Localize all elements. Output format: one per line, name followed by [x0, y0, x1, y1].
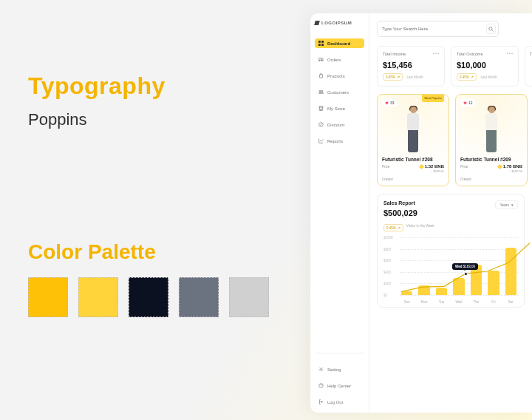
stat-title: Total Outcome: [457, 52, 513, 56]
search-bar[interactable]: [377, 21, 499, 37]
creator-label: Creator: [382, 177, 444, 181]
like-badge[interactable]: 12: [460, 99, 476, 106]
stat-delta: 0.45%↗: [457, 73, 477, 81]
svg-rect-2: [318, 44, 321, 46]
stat-delta: 0.45%↗: [383, 73, 403, 81]
main-content: ••• Total Income $15,456 0.45%↗ Last Mon…: [369, 13, 532, 413]
x-tick: Sat: [505, 300, 516, 304]
palette-heading: Color Palette: [28, 240, 269, 264]
more-icon[interactable]: •••: [433, 51, 440, 55]
logo-mark-icon: [314, 21, 320, 25]
x-tick: Thu: [471, 300, 482, 304]
x-tick: Fri: [488, 300, 499, 304]
nav-separator: [315, 353, 364, 353]
chart-icon: [318, 138, 324, 143]
sidebar-item-products[interactable]: Products: [315, 71, 364, 81]
x-tick: Wed: [453, 300, 464, 304]
users-icon: [318, 89, 324, 95]
swatch-2: [78, 277, 118, 317]
swatch-1: [28, 277, 68, 317]
stats-row: ••• Total Income $15,456 0.45%↗ Last Mon…: [377, 46, 532, 87]
x-tick: Sun: [401, 300, 412, 304]
sidebar-item-label: Products: [327, 74, 345, 78]
chart-tooltip: Wed $183,00: [452, 263, 478, 270]
y-tick: $0: [383, 294, 387, 297]
logout-icon: [318, 399, 324, 404]
stat-card-income[interactable]: ••• Total Income $15,456 0.45%↗ Last Mon…: [377, 46, 445, 87]
swatch-5: [229, 277, 269, 317]
arrow-up-icon: ↗: [397, 75, 400, 79]
y-tick: $800: [383, 247, 391, 251]
sales-chart: $0$200$400$600$800$1000SunMonTueWedThuFr…: [383, 237, 518, 304]
sidebar-item-label: Help Center: [327, 384, 351, 388]
report-range-dropdown[interactable]: Years▾: [495, 200, 518, 209]
y-tick: $400: [383, 270, 391, 274]
svg-point-6: [321, 60, 322, 61]
sidebar-item-label: Setting: [327, 368, 341, 372]
grid-icon: [318, 41, 324, 46]
logo-text: LOGOIPSUM: [321, 21, 352, 25]
y-tick: $200: [383, 282, 391, 285]
logo[interactable]: LOGOIPSUM: [315, 21, 364, 25]
help-icon: [318, 383, 324, 388]
color-swatches: [28, 277, 269, 317]
svg-point-10: [320, 368, 321, 370]
stat-title: Total Income: [383, 52, 439, 56]
bnb-icon: [419, 164, 424, 169]
nav-main: Dashboard Orders Products Customers My S…: [315, 38, 364, 146]
svg-point-7: [319, 90, 321, 92]
svg-rect-4: [318, 58, 321, 60]
store-icon: [318, 106, 324, 111]
creator-label: Creator: [460, 177, 522, 181]
sidebar-item-customers[interactable]: Customers: [315, 87, 364, 97]
svg-point-8: [321, 90, 323, 92]
swatch-3: [129, 277, 168, 317]
sidebar-item-label: My Store: [327, 106, 345, 111]
popular-badge: Most Popular: [422, 95, 444, 102]
stat-value: $15,456: [383, 61, 439, 70]
product-card[interactable]: 12 Futuristic Tunnel #209 Price1.78 BNB …: [455, 94, 528, 186]
font-name: Poppins: [28, 110, 269, 129]
stat-card-cut: T: [525, 46, 532, 87]
sidebar-item-label: Orders: [327, 58, 341, 62]
sales-report-card: Sales Report $500,029 0.45%↗ Visitor in …: [377, 194, 525, 308]
search-icon: [488, 27, 494, 32]
stat-card-outcome[interactable]: ••• Total Outcome $10,000 0.45%↗ Last Mo…: [451, 46, 519, 87]
y-tick: $1000: [383, 236, 393, 240]
arrow-up-icon: ↗: [398, 226, 400, 230]
chevron-down-icon: ▾: [511, 203, 514, 207]
x-tick: Mon: [418, 300, 429, 304]
product-card[interactable]: 33 Most Popular Futuristic Tunnel #208 P…: [377, 94, 449, 186]
sidebar-item-help[interactable]: Help Center: [315, 381, 364, 390]
typography-heading: Typography: [28, 72, 269, 100]
sidebar-item-label: Discount: [327, 123, 344, 127]
price-label: Price: [460, 165, 468, 169]
product-price: 1.52 BNB: [420, 164, 444, 169]
y-tick: $600: [383, 259, 391, 262]
search-button[interactable]: [486, 24, 496, 34]
like-badge[interactable]: 33: [382, 99, 398, 106]
app-window: LOGOIPSUM Dashboard Orders Products Cust…: [310, 13, 532, 413]
sidebar-item-label: Log Out: [327, 400, 343, 404]
sidebar-item-discount[interactable]: Discount: [315, 120, 364, 129]
price-label: Price: [382, 165, 389, 169]
sidebar-item-reports[interactable]: Reports: [315, 136, 364, 146]
stat-value: $10,000: [457, 61, 513, 70]
swatch-4: [179, 277, 219, 317]
heart-icon: [463, 101, 467, 105]
bnb-icon: [497, 164, 502, 169]
nav-bottom: Setting Help Center Log Out: [315, 348, 364, 407]
svg-rect-0: [318, 41, 321, 43]
bag-icon: [318, 73, 324, 78]
products-row: 33 Most Popular Futuristic Tunnel #208 P…: [377, 94, 532, 186]
more-icon[interactable]: •••: [507, 51, 514, 55]
report-caption: Visitor in this Week: [406, 224, 434, 228]
sidebar-item-logout[interactable]: Log Out: [315, 397, 364, 407]
gear-icon: [318, 367, 324, 372]
arrow-up-icon: ↗: [471, 75, 474, 79]
sidebar-item-setting[interactable]: Setting: [315, 365, 364, 374]
sidebar-item-mystore[interactable]: My Store: [315, 104, 364, 113]
search-input[interactable]: [382, 27, 486, 31]
sidebar-item-orders[interactable]: Orders: [315, 55, 364, 64]
sidebar-item-dashboard[interactable]: Dashboard: [315, 38, 364, 48]
